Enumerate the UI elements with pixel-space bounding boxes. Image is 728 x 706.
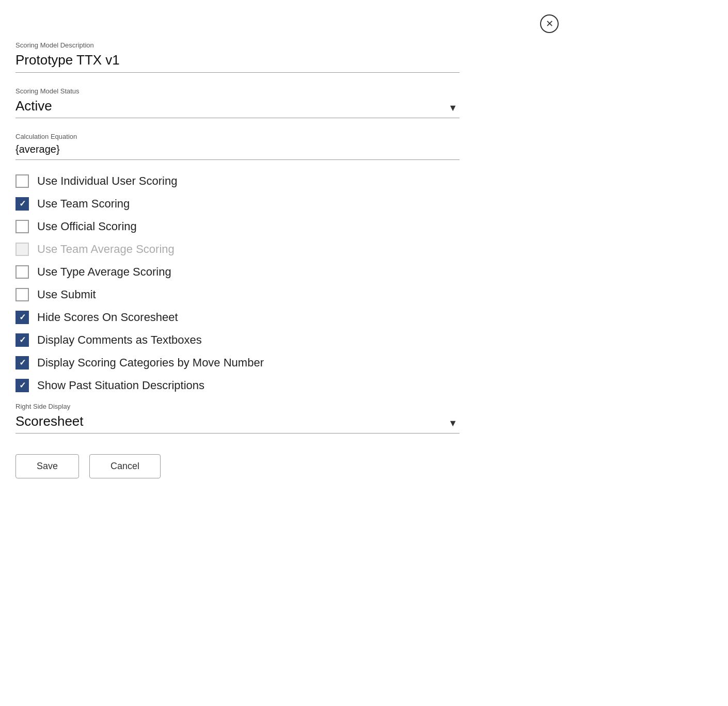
- save-button[interactable]: Save: [15, 454, 79, 478]
- checkbox-display-scoring-categories-by-move-number[interactable]: ✓: [15, 356, 29, 370]
- scoring-model-description-label: Scoring Model Description: [15, 41, 460, 49]
- checkbox-row-use-official-scoring: Use Official Scoring: [15, 220, 460, 233]
- cancel-button[interactable]: Cancel: [89, 454, 161, 478]
- right-side-display-select[interactable]: Scoresheet None Other: [15, 413, 460, 429]
- form-container: Scoring Model Description Prototype TTX …: [0, 0, 480, 509]
- checkmark-icon: ✓: [19, 313, 26, 322]
- calculation-equation-input[interactable]: [15, 143, 460, 160]
- close-button[interactable]: ✕: [540, 14, 559, 33]
- checkbox-label-display-comments-as-textboxes: Display Comments as Textboxes: [37, 333, 202, 347]
- right-side-display-label: Right Side Display: [15, 403, 460, 410]
- checkbox-show-past-situation-descriptions[interactable]: ✓: [15, 379, 29, 392]
- scoring-model-status-group: Scoring Model Status Active Inactive Dra…: [15, 87, 460, 118]
- checkbox-row-show-past-situation-descriptions: ✓Show Past Situation Descriptions: [15, 379, 460, 392]
- checkbox-row-hide-scores-on-scoresheet: ✓Hide Scores On Scoresheet: [15, 311, 460, 324]
- checkbox-label-use-team-average-scoring: Use Team Average Scoring: [37, 243, 175, 256]
- checkbox-row-use-team-average-scoring: Use Team Average Scoring: [15, 243, 460, 256]
- checkmark-icon: ✓: [19, 200, 26, 208]
- checkbox-label-use-submit: Use Submit: [37, 288, 96, 301]
- checkbox-row-use-individual-user-scoring: Use Individual User Scoring: [15, 174, 460, 188]
- checkbox-label-use-team-scoring: Use Team Scoring: [37, 197, 130, 211]
- buttons-row: Save Cancel: [15, 454, 460, 478]
- checkbox-row-display-comments-as-textboxes: ✓Display Comments as Textboxes: [15, 333, 460, 347]
- checkbox-use-type-average-scoring[interactable]: [15, 265, 29, 279]
- checkbox-label-use-type-average-scoring: Use Type Average Scoring: [37, 265, 171, 279]
- scoring-model-status-select-wrapper: Active Inactive Draft ▼: [15, 98, 460, 118]
- checkbox-use-official-scoring[interactable]: [15, 220, 29, 233]
- checkbox-label-show-past-situation-descriptions: Show Past Situation Descriptions: [37, 379, 204, 392]
- scoring-model-description-group: Scoring Model Description Prototype TTX …: [15, 41, 460, 73]
- checkbox-use-submit[interactable]: [15, 288, 29, 301]
- checkbox-label-hide-scores-on-scoresheet: Hide Scores On Scoresheet: [37, 311, 178, 324]
- checkmark-icon: ✓: [19, 359, 26, 367]
- checkboxes-section: Use Individual User Scoring✓Use Team Sco…: [15, 174, 460, 392]
- checkbox-use-individual-user-scoring[interactable]: [15, 174, 29, 188]
- scoring-model-status-label: Scoring Model Status: [15, 87, 460, 95]
- right-side-display-select-wrapper: Scoresheet None Other ▼: [15, 413, 460, 434]
- right-side-display-group: Right Side Display Scoresheet None Other…: [15, 403, 460, 434]
- checkbox-use-team-scoring[interactable]: ✓: [15, 197, 29, 211]
- checkbox-label-use-individual-user-scoring: Use Individual User Scoring: [37, 174, 177, 188]
- checkbox-label-use-official-scoring: Use Official Scoring: [37, 220, 137, 233]
- checkmark-icon: ✓: [19, 336, 26, 344]
- checkbox-label-display-scoring-categories-by-move-number: Display Scoring Categories by Move Numbe…: [37, 356, 264, 370]
- calculation-equation-label: Calculation Equation: [15, 133, 460, 140]
- checkbox-row-use-submit: Use Submit: [15, 288, 460, 301]
- close-icon: ✕: [546, 19, 553, 28]
- scoring-model-description-value: Prototype TTX v1: [15, 52, 460, 73]
- checkbox-use-team-average-scoring: [15, 243, 29, 256]
- checkbox-hide-scores-on-scoresheet[interactable]: ✓: [15, 311, 29, 324]
- scoring-model-status-select[interactable]: Active Inactive Draft: [15, 98, 460, 114]
- checkbox-display-comments-as-textboxes[interactable]: ✓: [15, 333, 29, 347]
- calculation-equation-group: Calculation Equation: [15, 133, 460, 160]
- checkbox-row-use-team-scoring: ✓Use Team Scoring: [15, 197, 460, 211]
- checkbox-row-use-type-average-scoring: Use Type Average Scoring: [15, 265, 460, 279]
- checkbox-row-display-scoring-categories-by-move-number: ✓Display Scoring Categories by Move Numb…: [15, 356, 460, 370]
- checkmark-icon: ✓: [19, 381, 26, 390]
